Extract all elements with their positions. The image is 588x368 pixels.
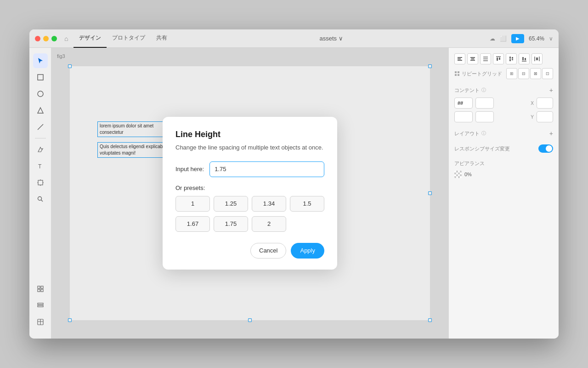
svg-point-9	[38, 197, 41, 201]
layers-tool[interactable]	[33, 298, 48, 313]
tab-design[interactable]: デザイン	[74, 29, 107, 48]
zoom-dropdown-icon[interactable]: ∨	[549, 35, 553, 42]
appearance-title: アピアランス	[454, 160, 553, 167]
responsive-toggle[interactable]	[538, 144, 553, 153]
dialog-description: Change the line spacing of multiple text…	[175, 143, 324, 152]
align-bottom[interactable]	[519, 53, 530, 64]
search-tool[interactable]	[33, 192, 48, 207]
canvas[interactable]: fig3 lorem ipsum dolor sit amet consecte…	[51, 48, 448, 339]
preset-2[interactable]: 2	[252, 216, 286, 232]
play-button[interactable]: ▶	[511, 34, 524, 43]
rectangle-tool[interactable]	[33, 70, 48, 85]
select-tool[interactable]	[33, 53, 48, 68]
preset-empty	[290, 216, 324, 232]
preset-1-25[interactable]: 1.25	[214, 196, 248, 212]
content-input-2[interactable]	[475, 98, 494, 109]
left-toolbar-bottom	[33, 282, 48, 333]
tab-share[interactable]: 共有	[151, 29, 173, 48]
dialog-input-row: Input here:	[175, 161, 324, 177]
responsive-title: レスポンシブサイズ変更	[454, 144, 553, 153]
svg-rect-14	[41, 289, 43, 292]
svg-rect-44	[458, 74, 459, 76]
home-icon[interactable]: ⌂	[64, 35, 68, 42]
repeat-grid-btn-3[interactable]: ⊠	[530, 68, 541, 79]
artboard-tool[interactable]	[33, 175, 48, 190]
repeat-grid-btn-2[interactable]: ⊟	[518, 68, 529, 79]
line-height-dialog: Line Height Change the line spacing of m…	[163, 117, 337, 270]
titlebar-center: assets ∨	[176, 35, 486, 42]
svg-rect-20	[458, 57, 462, 58]
preset-1[interactable]: 1	[175, 196, 210, 212]
pages-tool[interactable]	[33, 282, 48, 296]
responsive-section: レスポンシブサイズ変更	[454, 144, 553, 153]
content-input-x[interactable]	[537, 98, 553, 109]
left-toolbar: T	[29, 48, 51, 339]
distribute-h[interactable]	[531, 53, 543, 64]
line-height-input[interactable]	[209, 161, 324, 177]
opacity-preview	[454, 171, 462, 178]
repeat-grid-btn-4[interactable]: ⊡	[542, 68, 553, 79]
repeat-grid-section: リピートグリッド ⊞ ⊟ ⊠ ⊡	[454, 68, 553, 79]
svg-rect-43	[455, 74, 457, 76]
content-input-3[interactable]	[454, 111, 473, 122]
preset-1-5[interactable]: 1.5	[290, 196, 324, 212]
tab-prototype[interactable]: プロトタイプ	[107, 29, 151, 48]
minimize-button[interactable]	[43, 36, 49, 41]
cloud-icon[interactable]: ☁	[490, 35, 495, 42]
preset-1-67[interactable]: 1.67	[175, 216, 210, 232]
layout-title: レイアウト ⓘ +	[454, 130, 553, 137]
repeat-grid-btn-1[interactable]: ⊞	[506, 68, 517, 79]
align-middle[interactable]	[506, 53, 517, 64]
device-icon[interactable]: ⬜	[500, 35, 507, 42]
presets-label: Or presets:	[175, 184, 324, 191]
content-y-label: Y	[531, 115, 534, 120]
layout-info-icon: ⓘ	[481, 130, 486, 137]
svg-rect-0	[38, 75, 43, 80]
repeat-grid-icon	[454, 71, 460, 76]
dialog-title: Line Height	[175, 130, 324, 139]
content-title: コンテント ⓘ +	[454, 86, 553, 94]
svg-rect-13	[38, 289, 40, 292]
assets-tool[interactable]	[33, 315, 48, 329]
right-panel: リピートグリッド ⊞ ⊟ ⊠ ⊡ コンテント ⓘ	[448, 48, 559, 339]
align-right[interactable]	[480, 53, 491, 64]
info-icon: ⓘ	[481, 87, 486, 93]
content-input-1[interactable]	[454, 98, 473, 109]
content-row-2: Y	[454, 111, 553, 122]
tool-separator-1	[35, 138, 46, 138]
preset-1-75[interactable]: 1.75	[214, 216, 248, 232]
triangle-tool[interactable]	[33, 103, 48, 118]
svg-rect-24	[471, 58, 475, 59]
svg-rect-25	[470, 60, 475, 61]
titlebar-tabs: デザイン プロトタイプ 共有	[74, 29, 173, 48]
apply-button[interactable]: Apply	[291, 243, 324, 259]
presets-row-1: 1 1.25 1.34 1.5	[175, 196, 324, 212]
add-content-btn[interactable]: +	[549, 86, 553, 94]
traffic-lights	[35, 36, 57, 41]
svg-point-1	[38, 91, 43, 97]
pen-tool[interactable]	[33, 142, 48, 157]
svg-rect-22	[458, 60, 462, 61]
preset-1-34[interactable]: 1.34	[252, 196, 286, 212]
add-layout-btn[interactable]: +	[549, 130, 553, 137]
content-input-4[interactable]	[475, 111, 494, 122]
presets-row-2: 1.67 1.75 2	[175, 216, 324, 232]
line-tool[interactable]	[33, 120, 48, 134]
svg-rect-16	[38, 305, 43, 307]
modal-overlay: Line Height Change the line spacing of m…	[51, 48, 448, 339]
text-tool[interactable]: T	[33, 159, 48, 173]
appearance-section: アピアランス 0%	[454, 160, 553, 178]
maximize-button[interactable]	[51, 36, 57, 41]
zoom-display[interactable]: 65.4%	[529, 35, 544, 42]
svg-rect-30	[497, 58, 498, 61]
ellipse-tool[interactable]	[33, 86, 48, 101]
align-top[interactable]	[493, 53, 504, 64]
svg-rect-40	[536, 58, 538, 60]
repeat-grid-title: リピートグリッド ⊞ ⊟ ⊠ ⊡	[454, 68, 553, 79]
alignment-row	[454, 53, 553, 64]
cancel-button[interactable]: Cancel	[250, 243, 286, 259]
align-center-h[interactable]	[467, 53, 478, 64]
close-button[interactable]	[35, 36, 40, 41]
content-input-y[interactable]	[537, 111, 553, 122]
align-left[interactable]	[454, 53, 465, 64]
